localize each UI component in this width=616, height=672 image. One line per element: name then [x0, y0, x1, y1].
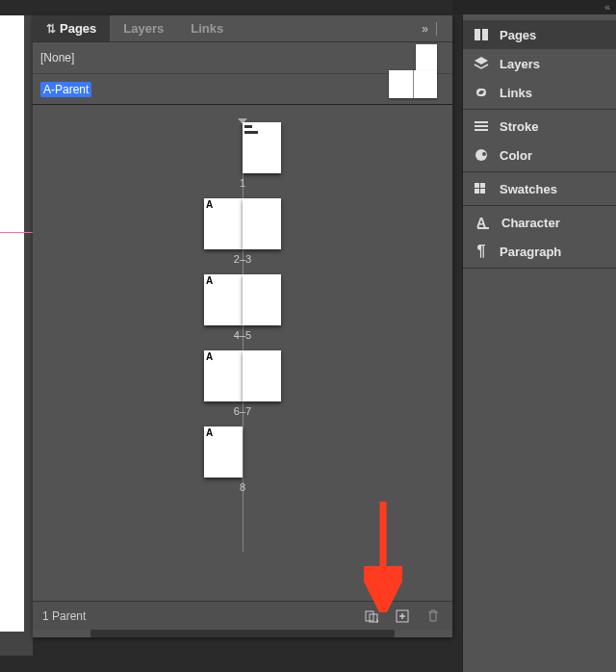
resize-grip[interactable] [90, 630, 395, 637]
page-thumb-6[interactable]: A [204, 350, 243, 401]
layers-icon [473, 55, 490, 72]
tab-label: Layers [123, 21, 164, 36]
parent-none-row[interactable]: [None] [33, 42, 452, 73]
parent-pages-section: [None] A-Parent [33, 42, 452, 104]
pages-panel: ⇅ Pages Layers Links » [None] A-Parent [33, 15, 452, 637]
page-size-icon [364, 608, 379, 624]
dock-item-label: Stroke [500, 119, 538, 134]
dock-item-character[interactable]: A Character [463, 208, 616, 237]
footer-status: 1 Parent [42, 609, 86, 623]
parent-a-thumb[interactable] [389, 70, 437, 98]
dock-item-pages[interactable]: Pages [463, 20, 616, 49]
dock-item-label: Layers [500, 57, 540, 71]
parent-letter: A [206, 275, 213, 286]
dock-item-label: Character [501, 216, 560, 230]
page-list: 1 A 2–3 A 4–5 A 6–7 [33, 105, 452, 601]
parent-label: A-Parent [40, 82, 91, 97]
page-number-label: 1 [240, 177, 245, 189]
page-thumb-5[interactable] [243, 274, 281, 325]
dock-item-label: Paragraph [500, 245, 561, 259]
tab-label: Links [191, 21, 223, 36]
page-thumb-1[interactable] [243, 122, 281, 173]
reorder-icon: ⇅ [46, 22, 56, 36]
svg-point-6 [482, 152, 486, 156]
parent-none-thumb[interactable] [416, 44, 437, 72]
delete-page-button[interactable] [424, 607, 443, 626]
page-number-label: 6–7 [234, 405, 251, 417]
page-thumb-8[interactable]: A [204, 426, 243, 478]
paragraph-icon: ¶ [473, 243, 490, 260]
page-thumb-4[interactable]: A [204, 274, 243, 325]
tabs-overflow-button[interactable]: » [422, 22, 428, 36]
parent-letter: A [206, 199, 213, 210]
tab-layers[interactable]: Layers [110, 15, 177, 41]
dock-item-swatches[interactable]: Swatches [463, 174, 616, 203]
color-icon [473, 146, 490, 164]
dock-item-label: Pages [500, 28, 536, 42]
svg-rect-7 [475, 183, 479, 188]
workspace-background [0, 15, 33, 656]
svg-rect-8 [480, 183, 485, 188]
panel-tabs: ⇅ Pages Layers Links » [33, 15, 452, 42]
spread: A 2–3 [33, 198, 452, 265]
spread: 1 [33, 118, 452, 189]
page-content-preview [244, 125, 270, 135]
dock-group: A Character ¶ Paragraph [463, 206, 616, 269]
parent-letter: A [206, 351, 213, 362]
stroke-icon [473, 117, 490, 135]
dock-panel-strip: Pages Layers Links Stroke Color [462, 14, 616, 672]
guide-line [0, 232, 33, 233]
svg-rect-3 [475, 29, 480, 40]
swatches-icon [473, 180, 490, 197]
spread: A 8 [33, 426, 452, 493]
character-underline-icon [475, 214, 492, 231]
parent-a-row[interactable]: A-Parent [33, 73, 452, 104]
dock-item-links[interactable]: Links [463, 78, 616, 107]
separator [436, 22, 437, 36]
svg-rect-4 [482, 29, 488, 40]
dock-item-label: Links [500, 86, 532, 100]
svg-rect-10 [480, 189, 485, 194]
panel-collapse-bar[interactable]: « [452, 0, 616, 14]
page-thumb-2[interactable]: A [204, 198, 243, 249]
dock-item-color[interactable]: Color [463, 141, 616, 169]
page-thumb-7[interactable] [243, 350, 281, 401]
dock-item-stroke[interactable]: Stroke [463, 112, 616, 141]
page-number-label: 2–3 [234, 253, 251, 265]
dock-item-label: Swatches [500, 182, 557, 196]
dock-item-label: Color [500, 148, 532, 163]
pages-icon [473, 26, 490, 43]
page-number-label: 8 [240, 481, 245, 493]
parent-letter: A [206, 427, 213, 438]
tab-links[interactable]: Links [177, 15, 237, 41]
tab-label: Pages [60, 21, 96, 36]
new-page-button[interactable] [393, 607, 412, 626]
dock-group: Stroke Color [463, 110, 616, 172]
dock-item-paragraph[interactable]: ¶ Paragraph [463, 237, 616, 266]
dock-item-layers[interactable]: Layers [463, 49, 616, 78]
page-size-preset-button[interactable] [362, 607, 381, 626]
spread: A 4–5 [33, 274, 452, 341]
dock-group: Swatches [463, 172, 616, 206]
dock-group: Pages Layers Links [463, 18, 616, 110]
trash-icon [425, 608, 441, 624]
plus-page-icon [395, 608, 410, 624]
document-page-edge [0, 15, 24, 632]
page-number-label: 4–5 [234, 329, 251, 341]
panel-footer: 1 Parent [33, 601, 452, 630]
collapse-icon: « [604, 1, 610, 13]
spread: A 6–7 [33, 350, 452, 417]
tab-pages[interactable]: ⇅ Pages [33, 15, 110, 41]
links-icon [473, 84, 490, 101]
page-thumb-3[interactable] [243, 198, 281, 249]
svg-rect-9 [475, 189, 479, 194]
parent-label: [None] [40, 51, 74, 65]
